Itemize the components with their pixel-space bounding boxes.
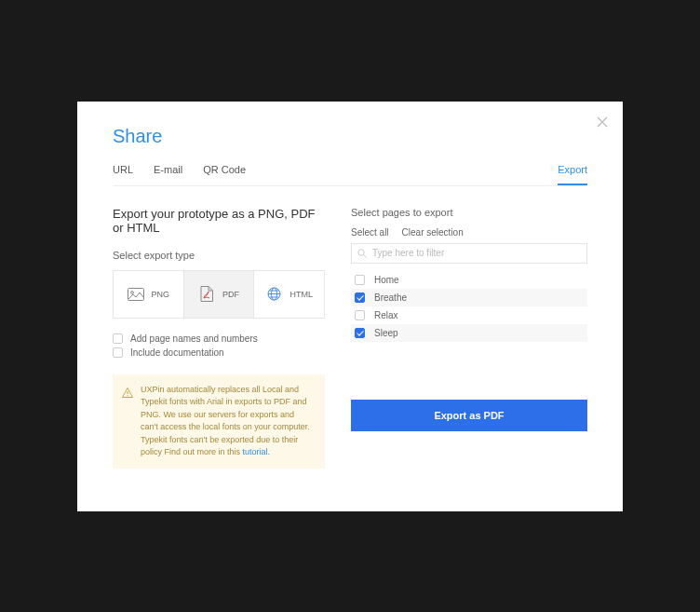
export-type-png-label: PNG [152, 290, 170, 299]
page-row[interactable]: Breathe [351, 289, 587, 306]
export-button[interactable]: Export as PDF [351, 400, 587, 431]
page-row[interactable]: Home [351, 271, 587, 289]
tab-url[interactable]: URL [113, 164, 133, 185]
svg-point-6 [358, 249, 364, 254]
page-name: Relax [374, 310, 398, 320]
font-warning-text: UXPin automatically replaces all Local a… [141, 384, 314, 459]
content-heading: Export your prototype as a PNG, PDF or H… [113, 207, 325, 235]
option-add-names[interactable]: Add page names and numbers [113, 333, 325, 344]
warning-icon [122, 385, 133, 459]
tab-bar: URL E-mail QR Code Export [113, 164, 587, 186]
modal-header: Share URL E-mail QR Code Export [77, 102, 623, 186]
checkbox-icon [355, 310, 365, 320]
checkbox-icon [355, 292, 365, 303]
image-icon [128, 287, 144, 302]
export-type-pdf-label: PDF [222, 290, 239, 299]
select-all-link[interactable]: Select all [351, 227, 389, 238]
tab-export[interactable]: Export [558, 164, 587, 185]
checkbox-icon [355, 275, 365, 285]
page-name: Breathe [374, 292, 407, 303]
svg-point-1 [130, 291, 133, 293]
export-type-label: Select export type [113, 250, 325, 261]
modal-content: Export your prototype as a PNG, PDF or H… [77, 186, 623, 496]
checkbox-icon [113, 333, 123, 344]
close-icon [597, 116, 608, 128]
filter-input[interactable] [372, 248, 581, 258]
export-type-pdf[interactable]: PDF [183, 271, 254, 318]
option-include-docs-label: Include documentation [130, 347, 224, 358]
globe-icon [265, 287, 282, 302]
option-add-names-label: Add page names and numbers [130, 333, 258, 344]
clear-selection-link[interactable]: Clear selection [402, 227, 464, 238]
checkbox-icon [355, 328, 365, 338]
option-include-docs[interactable]: Include documentation [113, 347, 325, 358]
search-icon [357, 245, 367, 262]
export-type-png[interactable]: PNG [114, 271, 183, 318]
svg-line-7 [364, 254, 367, 257]
font-warning-note: UXPin automatically replaces all Local a… [113, 374, 325, 469]
share-modal: Share URL E-mail QR Code Export Export y… [77, 102, 623, 511]
pdf-file-icon [198, 287, 215, 302]
modal-title: Share [113, 126, 587, 147]
page-name: Sleep [374, 328, 398, 338]
filter-input-wrapper[interactable] [351, 243, 587, 264]
svg-point-5 [127, 395, 128, 396]
right-column: Select pages to export Select all Clear … [351, 207, 587, 469]
pages-label: Select pages to export [351, 207, 587, 218]
tab-qr[interactable]: QR Code [203, 164, 246, 185]
tab-email[interactable]: E-mail [154, 164, 182, 185]
export-type-html[interactable]: HTML [253, 271, 324, 318]
page-name: Home [374, 275, 399, 285]
page-list: HomeBreatheRelaxSleep [351, 271, 587, 383]
page-row[interactable]: Relax [351, 306, 587, 324]
page-row[interactable]: Sleep [351, 324, 587, 342]
export-type-selector: PNG PDF HTML [113, 270, 325, 319]
page-actions: Select all Clear selection [351, 227, 587, 238]
left-column: Export your prototype as a PNG, PDF or H… [113, 207, 325, 469]
checkbox-icon [113, 347, 123, 358]
export-type-html-label: HTML [289, 290, 313, 299]
tutorial-link[interactable]: tutorial. [243, 447, 271, 456]
close-button[interactable] [597, 115, 608, 131]
